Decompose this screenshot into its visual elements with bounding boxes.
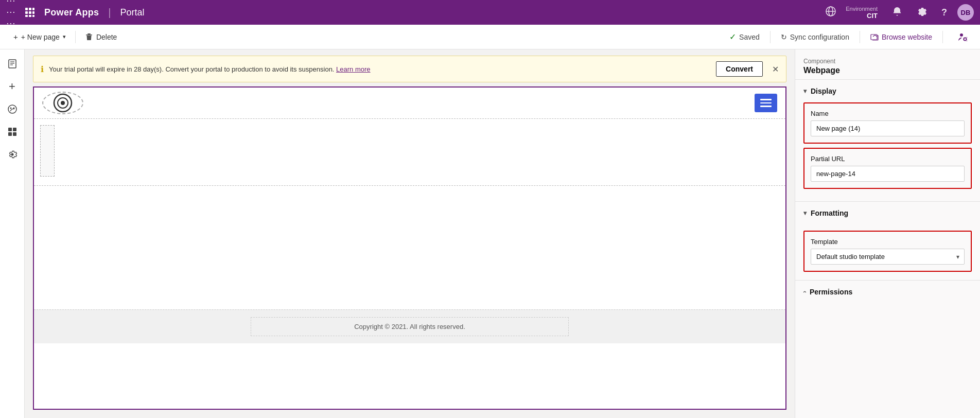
component-title: Webpage xyxy=(803,66,972,75)
template-select[interactable]: Default studio template Home Blog Landin… xyxy=(811,249,965,265)
bell-button[interactable] xyxy=(888,4,906,21)
portal-name: Portal xyxy=(120,7,145,18)
canvas-header xyxy=(34,88,785,119)
formatting-chevron: ▾ xyxy=(803,210,807,217)
panel-header: Component Webpage xyxy=(795,49,980,79)
person-settings-icon xyxy=(957,32,968,42)
notification-banner: ℹ Your trial portal will expire in 28 da… xyxy=(33,56,786,82)
template-field-label: Template xyxy=(811,238,965,246)
saved-status: ✓ Saved xyxy=(729,32,760,42)
saved-label: Saved xyxy=(739,33,760,41)
svg-rect-7 xyxy=(29,15,31,17)
apps-grid-icon xyxy=(25,7,35,18)
right-panel: Component Webpage ▾ Display Name Partial… xyxy=(795,49,980,418)
learn-more-link[interactable]: Learn more xyxy=(336,65,370,73)
menu-line-2 xyxy=(760,102,772,104)
themes-sidebar-btn[interactable] xyxy=(2,99,23,119)
url-field-label: Partial URL xyxy=(811,155,965,163)
permissions-section-header[interactable]: › Permissions xyxy=(795,281,980,303)
delete-button[interactable]: Delete xyxy=(80,30,122,44)
display-section-body: Name Partial URL xyxy=(795,102,980,201)
svg-rect-0 xyxy=(25,8,28,10)
sync-label: Sync configuration xyxy=(790,33,849,41)
svg-point-15 xyxy=(960,33,963,37)
display-section-header[interactable]: ▾ Display xyxy=(795,80,980,102)
menu-line-1 xyxy=(760,99,772,100)
permissions-section: › Permissions xyxy=(795,280,980,303)
display-section: ▾ Display Name Partial URL xyxy=(795,79,980,201)
svg-rect-12 xyxy=(87,33,91,34)
svg-rect-6 xyxy=(25,15,28,17)
browse-label: Browse website xyxy=(882,33,932,41)
nav-separator: | xyxy=(108,7,111,19)
url-field-input[interactable] xyxy=(811,166,965,182)
svg-point-23 xyxy=(13,108,14,109)
svg-rect-3 xyxy=(25,11,28,14)
grid-sidebar-btn[interactable] xyxy=(2,121,23,142)
new-page-chevron: ▾ xyxy=(63,33,66,40)
add-sidebar-btn[interactable]: + xyxy=(2,76,23,97)
display-label: Display xyxy=(811,87,836,95)
divider-4 xyxy=(942,31,943,43)
template-field-group: Template Default studio template Home Bl… xyxy=(803,231,972,272)
page-canvas: Copyright © 2021. All rights reserved. xyxy=(33,86,786,410)
formatting-section: ▾ Formatting Template Default studio tem… xyxy=(795,201,980,280)
svg-rect-4 xyxy=(29,11,31,14)
env-name: CIT xyxy=(867,12,878,20)
delete-icon xyxy=(85,33,93,41)
canvas-text-block xyxy=(40,125,55,177)
url-field-group: Partial URL xyxy=(803,148,972,189)
notification-text: Your trial portal will expire in 28 day(… xyxy=(49,65,711,73)
pages-sidebar-btn[interactable] xyxy=(2,54,23,74)
footer-text: Copyright © 2021. All rights reserved. xyxy=(251,317,569,336)
help-button[interactable]: ? xyxy=(937,5,951,20)
divider-1 xyxy=(75,31,76,43)
divider-3 xyxy=(860,31,860,43)
browse-icon xyxy=(870,33,879,41)
name-field-group: Name xyxy=(803,102,972,144)
close-notification-button[interactable]: ✕ xyxy=(772,64,779,74)
browse-website-button[interactable]: Browse website xyxy=(870,33,932,41)
menu-line-3 xyxy=(760,106,772,107)
svg-rect-2 xyxy=(32,8,34,10)
canvas-area: ℹ Your trial portal will expire in 28 da… xyxy=(25,49,795,418)
grid-icon: ⋅⋅⋅⋅⋅⋅⋅⋅⋅ xyxy=(6,0,15,29)
new-page-button[interactable]: + + New page ▾ xyxy=(8,29,71,44)
sync-icon: ↻ xyxy=(781,33,787,41)
permissions-label: Permissions xyxy=(810,288,852,296)
component-label: Component xyxy=(803,58,972,65)
template-select-wrapper: Default studio template Home Blog Landin… xyxy=(811,249,965,265)
svg-point-28 xyxy=(11,153,13,156)
name-field-label: Name xyxy=(811,110,965,117)
app-name: Power Apps xyxy=(44,7,99,18)
settings-button[interactable] xyxy=(913,4,931,21)
svg-rect-1 xyxy=(29,8,31,10)
svg-rect-27 xyxy=(13,132,16,136)
main-layout: + ℹ Your trial xyxy=(0,49,980,418)
convert-button[interactable]: Convert xyxy=(716,61,763,77)
check-icon: ✓ xyxy=(729,32,736,42)
formatting-section-header[interactable]: ▾ Formatting xyxy=(795,202,980,224)
svg-rect-8 xyxy=(32,15,34,17)
svg-rect-14 xyxy=(871,34,877,40)
canvas-menu-button[interactable] xyxy=(755,94,777,112)
svg-rect-17 xyxy=(9,60,16,68)
svg-point-16 xyxy=(964,38,967,40)
svg-point-22 xyxy=(10,108,11,109)
user-avatar[interactable]: DB xyxy=(957,4,974,21)
delete-label: Delete xyxy=(96,33,117,41)
user-settings-button[interactable] xyxy=(953,30,972,44)
sync-button[interactable]: ↻ Sync configuration xyxy=(781,33,849,41)
settings-sidebar-btn[interactable] xyxy=(2,144,23,165)
logo-placeholder xyxy=(42,92,83,114)
name-field-input[interactable] xyxy=(811,120,965,136)
plus-icon: + xyxy=(13,32,18,41)
svg-rect-26 xyxy=(8,132,12,136)
canvas-body xyxy=(34,186,785,309)
svg-rect-25 xyxy=(13,128,16,131)
permissions-chevron: › xyxy=(801,291,808,293)
formatting-label: Formatting xyxy=(811,209,848,217)
toolbar: + + New page ▾ Delete ✓ Saved ↻ Sync con… xyxy=(0,25,980,49)
svg-rect-24 xyxy=(8,128,12,131)
svg-rect-13 xyxy=(86,34,92,36)
